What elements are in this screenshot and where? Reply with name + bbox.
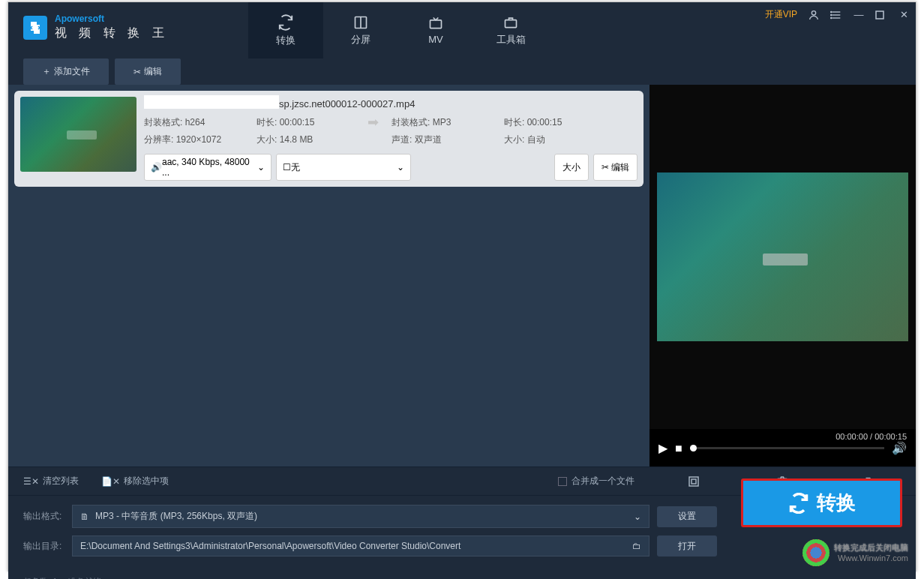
nav-label: 工具箱 [496,33,526,46]
file-thumbnail[interactable] [20,97,136,172]
close-icon[interactable]: ✕ [898,9,910,20]
svg-point-4 [812,10,815,14]
label: 任务数: [23,577,50,580]
output-format-select[interactable]: 🗎 MP3 - 中等音质 (MP3, 256Kbps, 双声道) ⌄ [72,505,650,528]
svg-rect-13 [692,479,696,484]
remove-icon: 📄✕ [101,476,120,487]
btn-label: 编辑 [144,65,162,78]
merge-checkbox[interactable] [558,477,567,486]
scissors-icon: ✂ [602,162,609,172]
split-icon [353,15,368,30]
watermark-text: 转换完成后关闭电脑 Www.Winwin7.com [834,542,908,564]
watermark: 转换完成后关闭电脑 Www.Winwin7.com [802,539,908,566]
toolbox-icon [503,15,518,30]
task-count: 1 [52,577,57,580]
play-icon[interactable]: ▶ [658,441,668,455]
list-footer: ☰✕清空列表 📄✕移除选中项 合并成一个文件 [8,466,650,495]
label: 清空列表 [43,475,79,488]
open-folder-button[interactable]: 打开 [657,536,717,556]
label: 封装格式: [392,117,430,128]
status-text: 准备就绪 [68,576,101,580]
label: 分辨率: [144,134,173,145]
nav-toolbox[interactable]: 工具箱 [473,2,548,58]
select-value: MP3 - 中等音质 (MP3, 256Kbps, 双声道) [95,510,257,523]
menu-icon[interactable] [830,9,842,21]
clear-list-button[interactable]: ☰✕清空列表 [23,475,79,488]
label: 输出目录: [23,540,64,553]
svg-rect-11 [876,11,884,19]
output-dir-field[interactable]: E:\Document And Settings3\Administrator\… [72,536,650,556]
label: 大小: [256,134,277,145]
value: MP3 [433,117,452,128]
user-icon[interactable] [808,9,820,21]
nav-label: MV [428,34,443,45]
redaction-overlay [144,95,279,109]
info-row: 封装格式: h264 时长: 00:00:15 ➡ 封装格式: MP3 时长: … [144,114,638,130]
play-bar: 00:00:00 / 00:00:15 ▶ ■ 🔊 [650,429,916,466]
titlebar: Apowersoft 视 频 转 换 王 转换 分屏 MV 工具箱 开 [8,2,916,58]
vip-link[interactable]: 开通VIP [765,8,797,21]
svg-rect-12 [689,477,698,486]
edit-clip-button[interactable]: ✂编辑 [593,154,638,181]
value: 1920×1072 [176,134,221,145]
svg-point-9 [831,14,832,15]
remove-selected-button[interactable]: 📄✕移除选中项 [101,475,169,488]
subtitle-icon: ☐ [283,162,291,172]
subtitle-select[interactable]: ☐无⌄ [276,154,411,181]
chevron-down-icon: ⌄ [397,162,404,172]
label: 时长: [256,117,277,128]
nav-convert[interactable]: 转换 [248,2,323,58]
convert-button[interactable]: 转换 [741,478,902,527]
audio-select[interactable]: 🔊aac, 340 Kbps, 48000 ...⌄ [144,154,272,181]
time-display: 00:00:00 / 00:00:15 [658,432,907,441]
svg-point-10 [831,17,832,18]
arrow-icon: ➡ [354,114,392,130]
label: 移除选中项 [124,475,169,488]
file-name: sp.jzsc.net000012-000027.mp4 [144,97,638,111]
select-value: aac, 340 Kbps, 48000 ... [162,157,257,178]
nav-mv[interactable]: MV [398,2,473,58]
value: 14.8 MB [280,134,314,145]
volume-icon[interactable]: 🔊 [892,441,907,455]
btn-label: 大小 [562,161,580,174]
value: 00:00:15 [280,117,315,128]
edit-button[interactable]: ✂编辑 [115,58,181,85]
speaker-icon: 🔊 [151,162,162,172]
filename-text: sp.jzsc.net000012-000027.mp4 [279,98,415,110]
resize-button[interactable]: 大小 [554,154,589,181]
wm-line2: Www.Winwin7.com [834,553,908,563]
label: 声道: [392,134,412,145]
nav-split[interactable]: 分屏 [323,2,398,58]
nav-label: 分屏 [351,33,370,46]
stop-icon[interactable]: ■ [675,442,682,455]
value: 00:00:15 [527,117,562,128]
add-file-button[interactable]: ＋添加文件 [23,58,109,85]
output-dir-row: 输出目录: E:\Document And Settings3\Administ… [23,536,901,556]
info-row: 分辨率: 1920×1072 大小: 14.8 MB 声道: 双声道 大小: 自… [144,134,638,146]
wm-line1: 转换完成后关闭电脑 [834,542,908,553]
dir-value: E:\Document And Settings3\Administrator\… [80,541,460,551]
file-card[interactable]: sp.jzsc.net000012-000027.mp4 封装格式: h264 … [14,91,644,187]
tv-icon [428,16,443,31]
label: 合并成一个文件 [572,475,634,488]
minimize-icon[interactable]: — [853,9,865,20]
select-value: 无 [291,161,300,174]
fullscreen-icon[interactable] [687,475,700,488]
chevron-down-icon: ⌄ [257,162,265,172]
label: 时长: [504,117,524,128]
maximize-icon[interactable] [875,10,887,20]
chevron-down-icon: ⌄ [634,512,641,522]
svg-point-8 [831,11,832,12]
progress-bar[interactable] [690,447,884,449]
merge-option[interactable]: 合并成一个文件 [558,475,634,488]
logo-area: Apowersoft 视 频 转 换 王 [8,2,184,52]
btn-label: 添加文件 [54,65,90,78]
video-frame [657,172,908,341]
progress-handle[interactable] [690,445,697,452]
file-controls: 🔊aac, 340 Kbps, 48000 ...⌄ ☐无⌄ 大小 ✂编辑 [144,154,638,181]
btn-label: 转换 [817,490,856,516]
settings-button[interactable]: 设置 [657,506,717,527]
label: 封装格式: [144,117,182,128]
video-area[interactable] [650,85,916,429]
svg-rect-2 [430,20,442,28]
